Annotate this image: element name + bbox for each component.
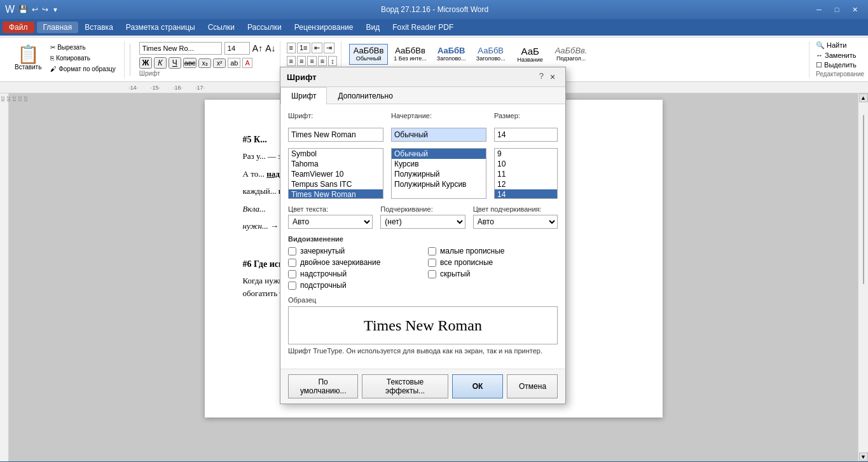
font-list-item-symbol[interactable]: Symbol	[289, 149, 383, 159]
dialog-title: Шрифт	[287, 72, 317, 82]
style-list-item-bold-italic[interactable]: Полужирный Курсив	[392, 179, 486, 189]
text-color-col: Цвет текста: Авто	[288, 205, 373, 229]
font-style-field[interactable]	[391, 128, 486, 142]
style-label: Начертание:	[391, 112, 486, 119]
form-lists-row: Symbol Tahoma TeamViewer 10 Tempus Sans …	[288, 148, 558, 199]
dialog-body: Шрифт: Начертание: Размер:	[280, 104, 565, 369]
double-strikethrough-checkbox[interactable]	[288, 259, 296, 267]
small-caps-checkbox[interactable]	[428, 247, 436, 255]
underline-color-select[interactable]: Авто	[473, 215, 558, 229]
preview-label: Образец	[288, 296, 558, 304]
text-color-select[interactable]: Авто	[288, 215, 373, 229]
superscript-checkbox[interactable]	[288, 270, 296, 278]
subscript-checkbox[interactable]	[288, 282, 296, 290]
dialog-help-button[interactable]: ?	[539, 71, 544, 83]
style-list[interactable]: Обычный Курсив Полужирный Полужирный Кур…	[391, 148, 486, 199]
font-list-item-tempus[interactable]: Tempus Sans ITC	[289, 179, 383, 189]
dialog-tabs: Шрифт Дополнительно	[280, 87, 565, 104]
font-label-col: Шрифт:	[288, 112, 383, 121]
font-dialog: Шрифт ? × Шрифт Дополнительно Шрифт: Нач…	[280, 67, 566, 404]
all-caps-checkbox[interactable]	[428, 259, 436, 267]
size-input-col	[494, 128, 558, 142]
ok-button[interactable]: ОК	[452, 374, 503, 398]
style-list-item-italic[interactable]: Курсив	[392, 159, 486, 169]
small-caps-label: малые прописные	[440, 247, 505, 255]
font-input-col	[288, 128, 383, 142]
strikethrough-checkbox[interactable]	[288, 247, 296, 255]
dialog-close-button[interactable]: ×	[546, 71, 559, 83]
underline-col: Подчеркивание: (нет)	[380, 205, 465, 229]
effect-hidden: скрытый	[428, 269, 558, 278]
effect-subscript: подстрочный	[288, 281, 418, 290]
preview-text: Times New Roman	[364, 317, 482, 334]
effect-superscript: надстрочный	[288, 269, 418, 278]
dialog-title-controls: ? ×	[539, 71, 559, 83]
size-list-item-9[interactable]: 9	[495, 149, 557, 159]
effect-double-strikethrough: двойное зачеркивание	[288, 258, 418, 267]
effect-strikethrough: зачеркнутый	[288, 247, 418, 255]
size-list-item-12[interactable]: 12	[495, 179, 557, 189]
hidden-checkbox[interactable]	[428, 270, 436, 278]
style-label-col: Начертание:	[391, 112, 486, 121]
effects-title: Видоизменение	[288, 235, 558, 243]
dialog-overlay: Шрифт ? × Шрифт Дополнительно Шрифт: Нач…	[0, 0, 868, 462]
effects-section: Видоизменение зачеркнутый малые прописны…	[288, 235, 558, 290]
font-list-item-teamviewer[interactable]: TeamViewer 10	[289, 169, 383, 179]
font-list-item-times[interactable]: Times New Roman	[289, 189, 383, 199]
font-name-field[interactable]	[288, 128, 383, 142]
font-size-field[interactable]	[494, 128, 558, 142]
form-labels-row: Шрифт: Начертание: Размер:	[288, 112, 558, 121]
underline-color-label: Цвет подчеркивания:	[473, 205, 558, 213]
dialog-title-bar: Шрифт ? ×	[280, 67, 565, 87]
style-list-item-normal[interactable]: Обычный	[392, 149, 486, 159]
effect-all-caps: все прописные	[428, 258, 558, 267]
underline-color-col: Цвет подчеркивания: Авто	[473, 205, 558, 229]
form-inputs-row	[288, 128, 558, 142]
hidden-label: скрытый	[440, 269, 470, 278]
font-list-item-tahoma[interactable]: Tahoma	[289, 159, 383, 169]
dialog-tab-advanced[interactable]: Дополнительно	[327, 87, 403, 104]
font-list-col: Symbol Tahoma TeamViewer 10 Tempus Sans …	[288, 148, 383, 199]
underline-label: Подчеркивание:	[380, 205, 465, 213]
effects-grid: зачеркнутый малые прописные двойное заче…	[288, 247, 558, 290]
style-input-col	[391, 128, 486, 142]
color-row: Цвет текста: Авто Подчеркивание: (нет) Ц…	[288, 205, 558, 229]
style-list-col: Обычный Курсив Полужирный Полужирный Кур…	[391, 148, 486, 199]
text-effects-button[interactable]: Текстовые эффекты...	[362, 374, 448, 398]
font-label: Шрифт:	[288, 112, 383, 119]
all-caps-label: все прописные	[440, 258, 493, 267]
strikethrough-label: зачеркнутый	[300, 247, 345, 255]
dialog-tab-font[interactable]: Шрифт	[280, 87, 327, 104]
text-color-label: Цвет текста:	[288, 205, 373, 213]
double-strikethrough-label: двойное зачеркивание	[300, 258, 380, 267]
subscript-label: подстрочный	[300, 281, 347, 290]
style-list-item-bold[interactable]: Полужирный	[392, 169, 486, 179]
preview-description: Шрифт TrueType. Он используется для выво…	[288, 347, 558, 355]
dialog-buttons: По умолчанию... Текстовые эффекты... ОК …	[280, 369, 565, 404]
size-label: Размер:	[494, 112, 558, 119]
cancel-button[interactable]: Отмена	[507, 374, 558, 398]
underline-select[interactable]: (нет)	[380, 215, 465, 229]
size-list-col: 9 10 11 12 14	[494, 148, 558, 199]
size-list[interactable]: 9 10 11 12 14	[494, 148, 558, 199]
font-list[interactable]: Symbol Tahoma TeamViewer 10 Tempus Sans …	[288, 148, 383, 199]
size-label-col: Размер:	[494, 112, 558, 121]
superscript-label: надстрочный	[300, 269, 347, 278]
size-list-item-10[interactable]: 10	[495, 159, 557, 169]
preview-box: Times New Roman	[288, 306, 558, 344]
default-button[interactable]: По умолчанию...	[288, 374, 358, 398]
size-list-item-11[interactable]: 11	[495, 169, 557, 179]
size-list-item-14[interactable]: 14	[495, 189, 557, 199]
preview-section: Образец Times New Roman Шрифт TrueType. …	[288, 296, 558, 355]
effect-small-caps: малые прописные	[428, 247, 558, 255]
